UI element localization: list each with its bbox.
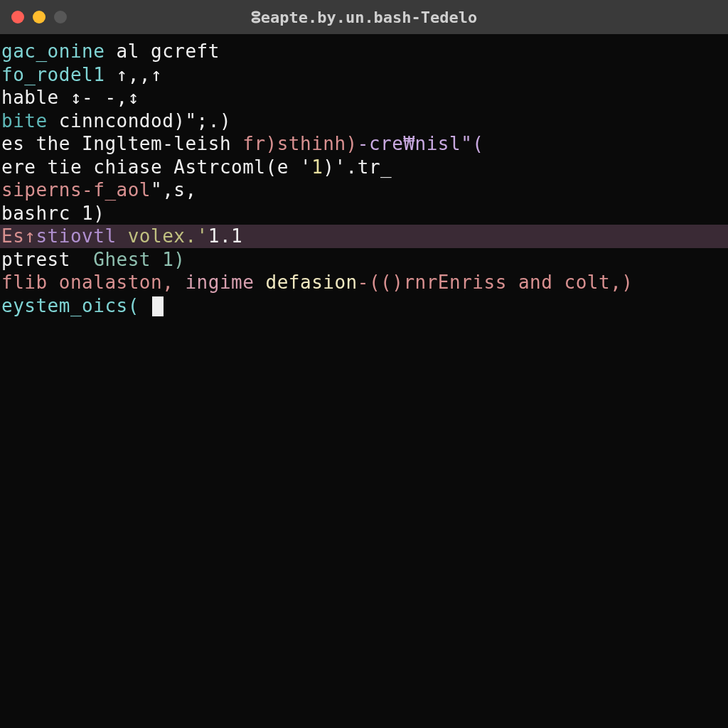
token: ↑,,↑ — [105, 64, 162, 85]
token: gac_onine — [1, 41, 105, 62]
cursor-icon — [152, 296, 164, 316]
traffic-lights — [11, 11, 67, 23]
token: ",s, — [151, 179, 197, 200]
terminal-line: bite cinncondod)";.) — [0, 109, 728, 133]
token: onalaston, — [48, 272, 186, 293]
token: siperns-f_aol — [1, 179, 151, 200]
terminal-line: flib onalaston, ingime defasion-(()rnrEn… — [0, 271, 728, 294]
terminal-line: siperns-f_aol",s, — [0, 178, 728, 202]
terminal-line: ptrest Ghest 1) — [0, 248, 728, 272]
terminal-line: bashrc 1) — [0, 202, 728, 225]
token: ↕- -,↕ — [59, 87, 139, 108]
token: fo_rodel1 — [1, 64, 105, 85]
token: fr)sthinh) — [242, 133, 358, 154]
token: bite — [1, 110, 48, 132]
token: ptrest — [1, 249, 93, 270]
token: -cre₩nisl"( — [358, 133, 484, 154]
terminal-body[interactable]: gac_onine al gcreft fo_rodel1 ↑,,↑ hable… — [0, 34, 728, 728]
terminal-line: gac_onine al gcreft — [0, 40, 728, 63]
token: and colt,) — [507, 272, 633, 293]
token: 1.1 — [208, 225, 242, 247]
token: -(() — [358, 272, 404, 293]
token: flib — [1, 272, 48, 293]
minimize-icon[interactable] — [33, 11, 46, 23]
terminal-window: ⵓeapte.by.un.bash-Tedelo gac_onine al gc… — [0, 0, 728, 728]
terminal-line-prompt: eystem_oics( — [0, 294, 728, 318]
token: Ghest 1) — [93, 249, 185, 270]
token: cinncondod)";.) — [48, 110, 231, 132]
token: ere tie chiase Astrcoml(e ' — [1, 156, 311, 178]
token: defasion — [254, 272, 357, 293]
token: ingime — [185, 272, 254, 293]
token: es the Ingltem-leish — [1, 133, 242, 154]
token: 1 — [311, 156, 323, 178]
window-title: ⵓeapte.by.un.bash-Tedelo — [251, 9, 478, 26]
token: bashrc — [1, 203, 82, 224]
token: Es↑ — [1, 225, 36, 247]
maximize-icon[interactable] — [54, 11, 67, 23]
terminal-line: ere tie chiase Astrcoml(e '1)'.tr_ — [0, 156, 728, 179]
token: 1) — [82, 203, 105, 224]
terminal-line: hable ↕- -,↕ — [0, 86, 728, 109]
terminal-line: fo_rodel1 ↑,,↑ — [0, 63, 728, 87]
terminal-line-highlighted: Es↑stiovtl volex.'1.1 — [0, 225, 728, 248]
token: )'.tr_ — [323, 156, 392, 178]
token: volex.' — [117, 225, 208, 247]
terminal-line: es the Ingltem-leish fr)sthinh)-cre₩nisl… — [0, 132, 728, 156]
close-icon[interactable] — [11, 11, 24, 23]
token: al gcreft — [105, 41, 220, 62]
token: eystem_oics( — [1, 295, 151, 316]
titlebar: ⵓeapte.by.un.bash-Tedelo — [0, 0, 728, 34]
token: stiovtl — [36, 225, 116, 247]
token: hable — [1, 87, 59, 108]
token: rnrEnriss — [403, 272, 506, 293]
